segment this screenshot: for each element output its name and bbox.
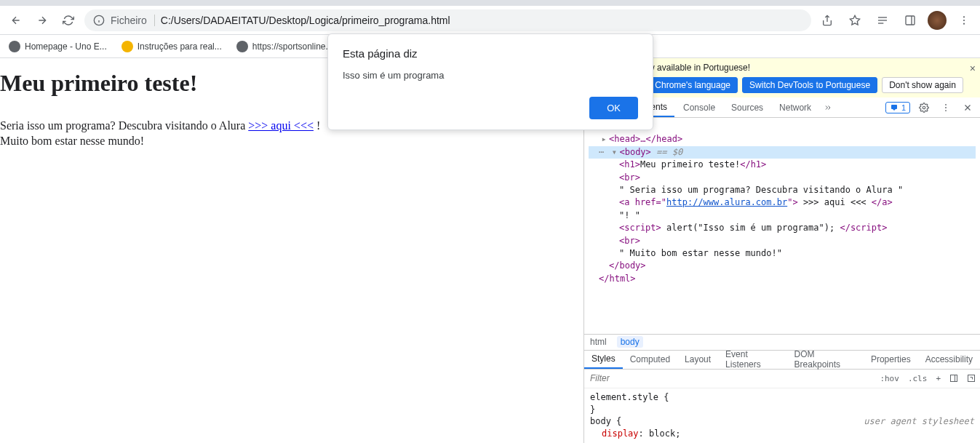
svg-point-16	[923, 106, 925, 109]
reading-list-icon[interactable]	[872, 10, 893, 31]
bookmark-star-icon[interactable]	[845, 10, 865, 31]
dialog-message: Isso sim é um programa	[343, 70, 638, 81]
styles-filter-input[interactable]	[584, 373, 875, 383]
page-text: Muito bom estar nesse mundo!	[0, 135, 144, 147]
info-icon	[93, 15, 105, 26]
url-scheme: Ficheiro	[111, 15, 155, 26]
address-bar[interactable]: Ficheiro C:/Users/DADAEITATU/Desktop/Log…	[84, 9, 811, 31]
browser-toolbar: Ficheiro C:/Users/DADAEITATU/Desktop/Log…	[0, 6, 980, 35]
tab-event-listeners[interactable]: Event Listeners	[718, 351, 787, 369]
page-text: Seria isso um programa? Descubra visitan…	[0, 119, 248, 132]
page-link[interactable]: >>> aqui <<<	[248, 119, 314, 132]
tab-network[interactable]: Network	[772, 97, 818, 117]
dismiss-button[interactable]: Don't show again	[882, 77, 963, 93]
tab-layout[interactable]: Layout	[677, 351, 718, 369]
crumb-html[interactable]: html	[590, 337, 607, 347]
kebab-icon[interactable]	[938, 100, 954, 116]
svg-point-9	[963, 16, 965, 17]
hov-toggle[interactable]: :hov	[875, 374, 904, 383]
tab-properties[interactable]: Properties	[864, 351, 918, 369]
page-text: !	[314, 119, 320, 132]
crumb-body[interactable]: body	[617, 336, 643, 348]
collapse-icon[interactable]	[963, 374, 980, 383]
bookmark-item[interactable]: https://sportsonline...	[236, 41, 333, 52]
globe-icon	[236, 41, 248, 52]
alert-dialog: Esta página diz Isso sim é um programa O…	[327, 33, 653, 130]
svg-point-11	[963, 23, 965, 24]
ok-button[interactable]: OK	[589, 97, 638, 119]
menu-icon[interactable]	[954, 10, 974, 31]
svg-point-17	[945, 103, 947, 105]
bookmark-label: https://sportsonline...	[252, 41, 333, 52]
breadcrumb: html body	[584, 334, 980, 350]
reload-button[interactable]	[58, 10, 79, 31]
svg-point-18	[945, 107, 947, 108]
profile-avatar[interactable]	[928, 11, 947, 30]
svg-point-10	[963, 19, 965, 20]
share-icon[interactable]	[817, 10, 837, 31]
styles-rules[interactable]: element.style { } body {user agent style…	[584, 388, 980, 443]
bookmark-item[interactable]: Homepage - Uno E...	[9, 41, 107, 52]
bookmark-label: Homepage - Uno E...	[25, 41, 107, 52]
svg-rect-24	[968, 375, 975, 382]
tab-console[interactable]: Console	[676, 97, 722, 117]
svg-point-19	[945, 110, 947, 111]
globe-icon	[9, 41, 20, 52]
switch-language-button[interactable]: Switch DevTools to Portuguese	[742, 77, 877, 93]
svg-rect-22	[951, 375, 957, 382]
cls-toggle[interactable]: .cls	[904, 374, 932, 383]
back-button[interactable]	[6, 10, 26, 31]
url-path: C:/Users/DADAEITATU/Desktop/Logica/prime…	[161, 15, 450, 26]
site-icon	[121, 41, 133, 52]
svg-rect-15	[891, 105, 897, 109]
tab-accessibility[interactable]: Accessibility	[918, 351, 980, 369]
bookmark-label: Instruções para real...	[138, 41, 222, 52]
svg-marker-3	[850, 15, 859, 25]
bookmark-item[interactable]: Instruções para real...	[121, 41, 222, 52]
issues-count: 1	[901, 103, 906, 112]
elements-tree[interactable]: <html> ▸<head>…</head> ⋯ ▾<body> == $0 <…	[584, 118, 980, 334]
more-tabs-icon[interactable]	[820, 100, 836, 116]
side-panel-icon[interactable]	[900, 10, 920, 31]
svg-rect-7	[906, 16, 915, 25]
issues-badge[interactable]: 1	[885, 102, 910, 113]
styles-tabs: Styles Computed Layout Event Listeners D…	[584, 350, 980, 370]
close-icon[interactable]: ×	[970, 63, 976, 74]
dialog-title: Esta página diz	[343, 47, 638, 60]
tab-computed[interactable]: Computed	[623, 351, 677, 369]
tab-dom-breakpoints[interactable]: DOM Breakpoints	[787, 351, 864, 369]
tab-styles[interactable]: Styles	[584, 351, 623, 369]
gear-icon[interactable]	[916, 100, 932, 116]
forward-button[interactable]	[32, 10, 52, 31]
browser-tab-strip	[0, 0, 980, 6]
tab-sources[interactable]: Sources	[724, 97, 770, 117]
styles-filter-row: :hov .cls +	[584, 370, 980, 388]
close-icon[interactable]	[960, 100, 976, 116]
computed-sidebar-icon[interactable]	[945, 374, 963, 383]
new-rule-icon[interactable]: +	[931, 374, 945, 383]
